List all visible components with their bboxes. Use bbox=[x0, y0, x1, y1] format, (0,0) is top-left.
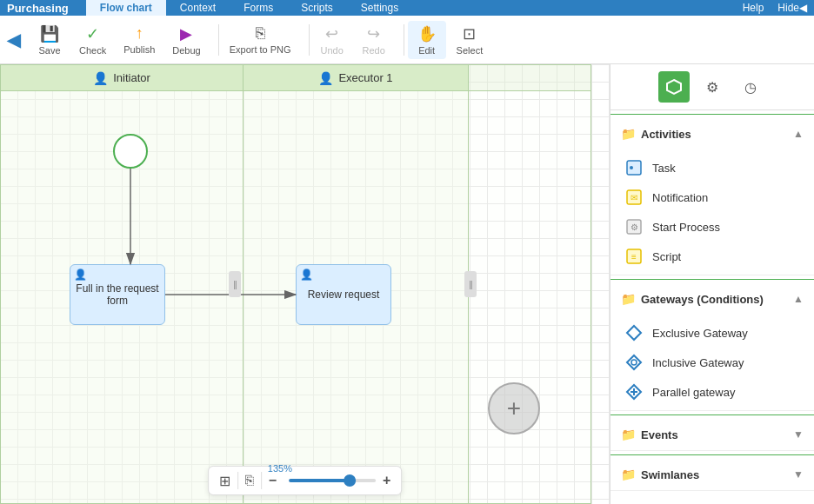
panel-tab-settings[interactable]: ⚙ bbox=[697, 71, 728, 103]
tab-flowchart[interactable]: Flow chart bbox=[86, 0, 166, 16]
svg-point-5 bbox=[630, 166, 633, 169]
start-event[interactable] bbox=[113, 134, 148, 169]
start-process-label: Start Process bbox=[652, 221, 720, 234]
tab-settings[interactable]: Settings bbox=[347, 0, 412, 16]
task-fill-form[interactable]: 👤 Full in the request form bbox=[70, 264, 165, 325]
undo-label: Undo bbox=[320, 45, 343, 56]
undo-button[interactable]: ↩ Undo bbox=[313, 21, 351, 59]
gateways-title: Gateways (Conditions) bbox=[641, 293, 788, 306]
panel-divider-3 bbox=[610, 414, 814, 415]
task-fill-form-label: Full in the request form bbox=[70, 282, 164, 307]
gateways-toggle-icon: ▲ bbox=[793, 293, 804, 305]
export-button[interactable]: ⎘ Export to PNG bbox=[223, 21, 298, 58]
nav-tabs: Flow chart Context Forms Scripts Setting… bbox=[86, 0, 743, 16]
main-area: 👤 Initiator 👤 Executor 1 👤 Full in the r… bbox=[0, 64, 814, 504]
zoom-plus-button[interactable]: + bbox=[383, 473, 390, 488]
debug-button[interactable]: ▶ Debug bbox=[165, 21, 207, 59]
task-review-request[interactable]: 👤 Review request bbox=[296, 264, 391, 325]
tab-scripts[interactable]: Scripts bbox=[287, 0, 347, 16]
zoom-minus-button[interactable]: − bbox=[269, 473, 277, 488]
panel-item-script[interactable]: ≡ Script bbox=[610, 242, 814, 271]
check-button[interactable]: ✓ Check bbox=[72, 21, 113, 59]
bottom-sep-1 bbox=[237, 472, 238, 489]
svg-marker-13 bbox=[627, 355, 641, 369]
svg-marker-3 bbox=[667, 80, 681, 94]
panel-tab-history[interactable]: ◷ bbox=[735, 71, 766, 103]
select-icon: ⊡ bbox=[463, 24, 476, 43]
initiator-user-icon: 👤 bbox=[93, 71, 108, 85]
zoom-thumb[interactable] bbox=[344, 474, 356, 487]
task-review-label: Review request bbox=[308, 288, 380, 301]
section-events-header[interactable]: 📁 Events ▼ bbox=[610, 419, 814, 450]
svg-marker-12 bbox=[627, 326, 641, 340]
select-label: Select bbox=[457, 45, 484, 56]
executor-label: Executor 1 bbox=[338, 71, 392, 84]
export-icon: ⎘ bbox=[256, 24, 265, 43]
canvas-area[interactable]: 👤 Initiator 👤 Executor 1 👤 Full in the r… bbox=[0, 64, 610, 504]
start-process-icon: ⚙ bbox=[624, 217, 644, 236]
panel-item-notification[interactable]: ✉ Notification bbox=[610, 182, 814, 212]
select-button[interactable]: ⊡ Select bbox=[450, 21, 490, 59]
toolbar-sep-2 bbox=[309, 24, 310, 56]
zoom-track[interactable] bbox=[289, 479, 376, 482]
panel-item-start-process[interactable]: ⚙ Start Process bbox=[610, 212, 814, 242]
back-button[interactable]: ◀ bbox=[7, 30, 20, 50]
panel-tab-elements[interactable] bbox=[658, 71, 690, 103]
toolbar-group-export: ⎘ Export to PNG bbox=[223, 21, 298, 58]
exclusive-gateway-icon bbox=[624, 323, 644, 342]
redo-button[interactable]: ↪ Redo bbox=[355, 21, 393, 59]
debug-label: Debug bbox=[172, 45, 200, 56]
panel-item-inclusive-gateway[interactable]: Inclusive Gateway bbox=[610, 348, 814, 377]
zoom-percent-label: 135% bbox=[268, 463, 292, 474]
task-icon bbox=[624, 158, 644, 177]
swimlanes-title: Swimlanes bbox=[641, 468, 788, 481]
bottom-sep-2 bbox=[261, 472, 262, 489]
tab-forms[interactable]: Forms bbox=[230, 0, 287, 16]
task-label: Task bbox=[652, 162, 676, 175]
check-icon: ✓ bbox=[86, 24, 99, 43]
section-swimlanes-header[interactable]: 📁 Swimlanes ▼ bbox=[610, 459, 814, 490]
activities-items: Task ✉ Notification bbox=[610, 149, 814, 275]
save-icon: 💾 bbox=[40, 24, 59, 43]
panel-item-parallel-gateway[interactable]: Parallel gateway bbox=[610, 377, 814, 407]
section-events: 📁 Events ▼ bbox=[610, 419, 814, 451]
section-activities: 📁 Activities ▲ Task bbox=[610, 118, 814, 275]
inclusive-gateway-icon bbox=[624, 353, 644, 372]
add-element-button[interactable]: + bbox=[488, 382, 540, 434]
section-activities-header[interactable]: 📁 Activities ▲ bbox=[610, 118, 814, 149]
edit-button[interactable]: ✋ Edit bbox=[408, 21, 446, 59]
swimlane-expand-handle-2[interactable]: ‖ bbox=[464, 271, 477, 297]
redo-icon: ↪ bbox=[367, 24, 380, 43]
bottom-toolbar: ⊞ ⎘ − 135% + bbox=[208, 466, 403, 495]
hide-link[interactable]: Hide◀ bbox=[777, 2, 807, 14]
nav-right: Help Hide◀ bbox=[743, 2, 807, 14]
history-icon: ◷ bbox=[744, 79, 757, 96]
help-link[interactable]: Help bbox=[743, 2, 764, 14]
check-label: Check bbox=[79, 45, 106, 56]
gateways-items: Exclusive Gateway Inclusive Gateway bbox=[610, 315, 814, 410]
right-panel: ⚙ ◷ 📁 Activities ▲ bbox=[610, 64, 814, 504]
grid-icon[interactable]: ⊞ bbox=[219, 473, 230, 489]
toolbar-sep-3 bbox=[404, 24, 404, 56]
toolbar-sep-1 bbox=[218, 24, 219, 56]
zoom-slider-container: 135% bbox=[284, 479, 376, 482]
svg-text:≡: ≡ bbox=[631, 252, 637, 262]
activities-folder-icon: 📁 bbox=[621, 127, 636, 141]
section-gateways-header[interactable]: 📁 Gateways (Conditions) ▲ bbox=[610, 283, 814, 315]
events-title: Events bbox=[641, 428, 788, 441]
swimlane-expand-handle-1[interactable]: ‖ bbox=[229, 271, 241, 297]
tab-context[interactable]: Context bbox=[166, 0, 230, 16]
app-title: Purchasing bbox=[7, 2, 69, 15]
section-gateways: 📁 Gateways (Conditions) ▲ Exclusive Gate… bbox=[610, 283, 814, 411]
panel-item-exclusive-gateway[interactable]: Exclusive Gateway bbox=[610, 318, 814, 348]
panel-item-task[interactable]: Task bbox=[610, 153, 814, 182]
events-toggle-icon: ▼ bbox=[793, 428, 804, 441]
publish-button[interactable]: ↑ Publish bbox=[117, 21, 162, 58]
panel-divider-4 bbox=[610, 454, 814, 455]
publish-icon: ↑ bbox=[136, 24, 143, 43]
save-button[interactable]: 💾 Save bbox=[30, 21, 69, 59]
initiator-label: Initiator bbox=[113, 71, 150, 84]
events-folder-icon: 📁 bbox=[621, 428, 636, 441]
page-icon[interactable]: ⎘ bbox=[245, 473, 254, 488]
edit-label: Edit bbox=[418, 45, 435, 56]
